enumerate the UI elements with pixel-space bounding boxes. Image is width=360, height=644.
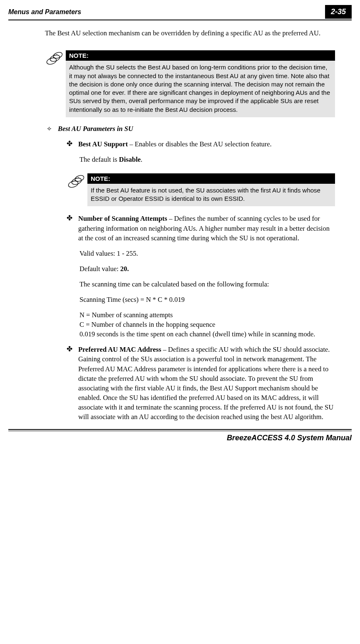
diamond-bullet-icon: ✧ [47, 125, 52, 133]
note-block-2: NOTE: If the Best AU feature is not used… [67, 173, 335, 207]
header-section-title: Menus and Parameters [8, 8, 81, 16]
page-header: Menus and Parameters 2-35 [0, 0, 360, 19]
footer-manual-title: BreezeACCESS 4.0 System Manual [0, 431, 360, 449]
maltese-cross-icon: ✤ [67, 345, 72, 354]
formula: Scanning Time (secs) = N * C * 0.019 [79, 295, 335, 304]
param-text: Number of Scanning Attempts – Defines th… [78, 214, 335, 242]
section-title: Best AU Parameters in SU [58, 125, 133, 133]
main-content: The Best AU selection mechanism can be o… [0, 20, 360, 426]
note-icon [45, 50, 66, 67]
note-label: NOTE: [66, 50, 335, 61]
legend-n: N = Number of scanning attempts [79, 310, 335, 320]
param-default: The default is Disable. [79, 155, 335, 164]
note-icon [67, 173, 87, 190]
param-text: Preferred AU MAC Address – Defines a spe… [78, 345, 335, 422]
legend-dwell: 0.019 seconds is the time spent on each … [79, 329, 335, 339]
legend-c: C = Number of channels in the hopping se… [79, 320, 335, 329]
calc-intro: The scanning time can be calculated base… [79, 279, 335, 289]
param-preferred-au-mac: ✤ Preferred AU MAC Address – Defines a s… [67, 345, 335, 422]
maltese-cross-icon: ✤ [67, 214, 72, 223]
footer-rule-thick [8, 429, 352, 430]
param-num-scanning-attempts: ✤ Number of Scanning Attempts – Defines … [67, 214, 335, 339]
note-body: Although the SU selects the Best AU base… [66, 61, 335, 117]
param-best-au-support: ✤ Best AU Support – Enables or disables … [67, 139, 335, 164]
maltese-cross-icon: ✤ [67, 139, 72, 148]
default-value: Default value: 20. [79, 264, 335, 274]
note-body: If the Best AU feature is not used, the … [87, 184, 335, 207]
section-heading: ✧ Best AU Parameters in SU [47, 125, 335, 133]
valid-values: Valid values: 1 - 255. [79, 249, 335, 258]
note-label: NOTE: [87, 173, 335, 184]
note-block-1: NOTE: Although the SU selects the Best A… [45, 50, 335, 117]
intro-paragraph: The Best AU selection mechanism can be o… [45, 29, 335, 38]
formula-legend: N = Number of scanning attempts C = Numb… [79, 310, 335, 339]
param-text: Best AU Support – Enables or disables th… [78, 139, 272, 149]
page-number-badge: 2-35 [325, 5, 352, 19]
